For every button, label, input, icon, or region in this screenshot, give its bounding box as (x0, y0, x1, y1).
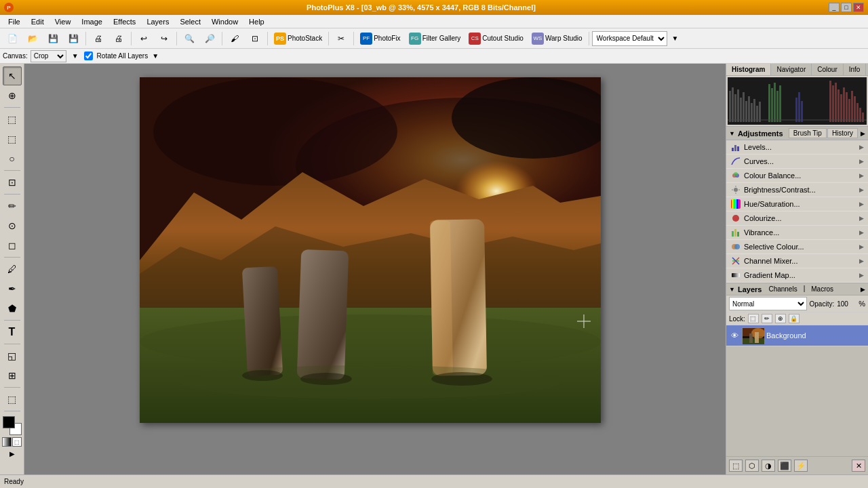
move-tool[interactable]: ↖ (3, 66, 22, 85)
photostack-button[interactable]: PS PhotoStack (271, 31, 326, 46)
crop2-button[interactable]: ✂ (332, 31, 351, 46)
eyedropper-tool[interactable]: 🖊 (3, 260, 22, 279)
freehand-select-tool[interactable]: ⬚ (3, 129, 22, 148)
svg-rect-38 (795, 98, 797, 122)
tab-macros[interactable]: Macros (807, 285, 837, 293)
menu-layers[interactable]: Layers (141, 16, 174, 27)
opacity-label: Opacity: (810, 300, 835, 308)
adj-hue-saturation[interactable]: Hue/Saturation... ▶ (726, 197, 868, 211)
layer-effects-button[interactable]: ⚡ (794, 460, 808, 472)
lock-transparency-button[interactable]: ⬚ (748, 314, 759, 323)
svg-rect-55 (732, 148, 734, 151)
tab-navigator[interactable]: Navigator (771, 64, 812, 75)
layers-collapse[interactable]: ▼ (729, 286, 735, 293)
colourize-icon (730, 213, 741, 224)
canvas-image[interactable] (140, 77, 601, 423)
svg-rect-47 (846, 92, 848, 122)
paint-button[interactable]: 🖌 (225, 31, 244, 46)
new-group-button[interactable]: ⬚ (729, 460, 743, 472)
zoom-out-button[interactable]: 🔎 (200, 31, 219, 46)
clone-stamp-tool[interactable]: ⊙ (3, 216, 22, 235)
eraser-tool[interactable]: ◻ (3, 236, 22, 255)
menu-view[interactable]: View (50, 16, 77, 27)
undo-button[interactable]: ↩ (134, 31, 153, 46)
misc-tool[interactable]: ⬚ (3, 390, 22, 409)
foreground-color-swatch[interactable] (3, 416, 15, 428)
new-adjustment-layer-button[interactable]: ⬡ (745, 460, 759, 472)
warp-studio-button[interactable]: WS Warp Studio (528, 31, 586, 46)
save-button[interactable]: 💾 (43, 31, 62, 46)
adj-brightness[interactable]: Brightness/Contrast... ▶ (726, 183, 868, 197)
menu-image[interactable]: Image (76, 16, 108, 27)
menu-effects[interactable]: Effects (108, 16, 141, 27)
menu-file[interactable]: File (3, 16, 26, 27)
layer-mask-button[interactable]: ◑ (762, 460, 775, 472)
print2-button[interactable]: 🖨 (109, 31, 128, 46)
crop-tool[interactable]: ⊡ (3, 173, 22, 192)
workspace-expand-button[interactable]: ▼ (669, 31, 682, 46)
workspace-dropdown[interactable]: Workspace Default Photography Web Design (592, 31, 667, 46)
layers-options[interactable]: ▶ (861, 286, 865, 293)
svg-point-3 (153, 77, 397, 186)
new-button[interactable]: 📄 (3, 31, 22, 46)
adj-gradient-map[interactable]: Gradient Map... ▶ (726, 268, 868, 283)
adj-curves[interactable]: Curves... ▶ (726, 155, 868, 169)
maximize-button[interactable]: □ (841, 3, 852, 12)
menu-select[interactable]: Select (174, 16, 206, 27)
open-button[interactable]: 📂 (23, 31, 42, 46)
select2-button[interactable]: ⊡ (245, 31, 264, 46)
tab-brush-tip[interactable]: Brush Tip (789, 128, 827, 138)
expand-tools-arrow[interactable]: ▶ (9, 450, 15, 458)
rotate-all-layers-checkbox[interactable] (84, 52, 93, 60)
channels-icon[interactable]: ⬚ (12, 437, 22, 447)
layer-background[interactable]: 👁 Background (726, 325, 868, 346)
lasso-tool[interactable]: ○ (3, 149, 22, 168)
canvas-mode-select[interactable]: Crop Resize (31, 50, 66, 62)
tab-history[interactable]: History (827, 128, 858, 138)
redo-button[interactable]: ↪ (155, 31, 174, 46)
tab-channels[interactable]: Channels (764, 285, 801, 293)
transform-tool[interactable]: ⊞ (3, 366, 22, 385)
quick-mask-icon[interactable] (2, 437, 12, 447)
adj-channel-mixer[interactable]: Channel Mixer... ▶ (726, 254, 868, 268)
gradient-fill-tool[interactable]: ◱ (3, 346, 22, 365)
adj-selective-label: Selective Colour... (744, 243, 859, 251)
pen-tool[interactable]: ✒ (3, 279, 22, 298)
print-button[interactable]: 🖨 (89, 31, 108, 46)
adj-colourize[interactable]: Colourize... ▶ (726, 211, 868, 226)
adj-selective-colour[interactable]: Selective Colour... ▶ (726, 240, 868, 254)
tab-info[interactable]: Info (844, 64, 867, 75)
adjustments-header: ▼ Adjustments Brush Tip History ▶ (726, 127, 868, 140)
adj-vibrance[interactable]: Vibrance... ▶ (726, 226, 868, 240)
blend-mode-select[interactable]: Normal Multiply Screen Overlay (729, 297, 807, 310)
filter-gallery-button[interactable]: FG Filter Gallery (406, 31, 465, 46)
save-as-button[interactable]: 💾 (64, 31, 83, 46)
close-button[interactable]: ✕ (853, 3, 864, 12)
cutout-studio-button[interactable]: CS Cutout Studio (465, 31, 527, 46)
adj-levels[interactable]: Levels... ▶ (726, 140, 868, 155)
text-tool[interactable]: T (3, 323, 22, 342)
adjustments-collapse[interactable]: ▼ (729, 130, 735, 137)
lock-all-button[interactable]: 🔒 (789, 314, 800, 323)
shape-tool[interactable]: ⬟ (3, 299, 22, 318)
tab-colour[interactable]: Colour (812, 64, 843, 75)
paint-brush-tool[interactable]: ✏ (3, 197, 22, 216)
lock-paint-button[interactable]: ✏ (762, 314, 772, 323)
menu-edit[interactable]: Edit (26, 16, 50, 27)
zoom-in-button[interactable]: 🔍 (180, 31, 199, 46)
lock-position-button[interactable]: ⊕ (775, 314, 786, 323)
minimize-button[interactable]: _ (829, 3, 840, 12)
menu-help[interactable]: Help (243, 16, 270, 27)
new-layer-button[interactable]: ⬛ (778, 460, 791, 472)
tab-histogram[interactable]: Histogram (726, 64, 771, 75)
zoom-tool[interactable]: ⊕ (3, 86, 22, 105)
adjustments-options[interactable]: ▶ (861, 130, 865, 137)
brightness-icon (730, 184, 741, 195)
photofix-button[interactable]: PF PhotoFix (357, 31, 403, 46)
layer-visibility-toggle[interactable]: 👁 (729, 330, 740, 341)
delete-layer-button[interactable]: ✕ (852, 460, 865, 472)
adj-colour-balance[interactable]: Colour Balance... ▶ (726, 169, 868, 183)
menu-window[interactable]: Window (206, 16, 243, 27)
rectangle-select-tool[interactable]: ⬚ (3, 110, 22, 129)
adj-curves-arrow: ▶ (859, 158, 864, 165)
